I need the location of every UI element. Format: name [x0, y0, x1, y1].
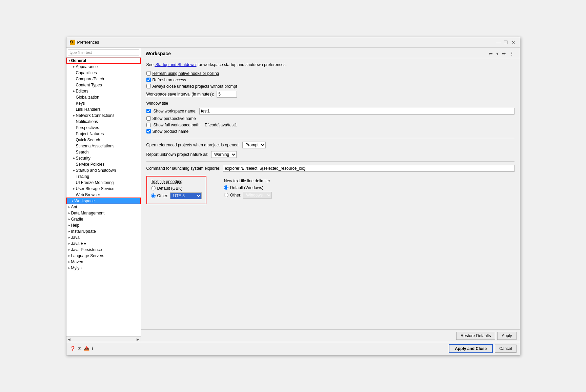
always-close-checkbox[interactable]	[146, 84, 151, 88]
sidebar-item-quick-search[interactable]: Quick Search	[66, 137, 141, 143]
encoding-default-label: Default (GBK)	[157, 186, 183, 191]
sidebar-item-language-servers[interactable]: ▸ Language Servers	[66, 253, 141, 259]
encoding-section: Text file encoding Default (GBK) Other: …	[146, 176, 514, 204]
minimize-button[interactable]: —	[496, 39, 502, 45]
cancel-button[interactable]: Cancel	[495, 345, 516, 353]
refresh-native-row: Refresh using native hooks or polling	[146, 71, 514, 76]
main-header-icons: ⬅ ▾ ➡ ⋮	[488, 50, 515, 57]
delimiter-default-label: Default (Windows)	[230, 185, 263, 190]
chevron-right-icon-uss: ▸	[73, 187, 75, 190]
section-description: See 'Startup and Shutdown' for workspace…	[146, 62, 514, 67]
show-full-path-checkbox[interactable]	[146, 123, 151, 127]
restore-defaults-button[interactable]: Restore Defaults	[456, 332, 495, 340]
workspace-name-input[interactable]	[199, 108, 514, 115]
delimiter-other-radio[interactable]	[224, 193, 228, 197]
refresh-on-access-checkbox[interactable]	[146, 78, 151, 82]
show-workspace-checkbox[interactable]	[146, 109, 151, 113]
sidebar-scroll-right[interactable]: ▶	[137, 337, 139, 341]
sidebar-item-ui-freeze[interactable]: UI Freeze Monitoring	[66, 180, 141, 186]
sidebar-item-maven[interactable]: ▸ Maven	[66, 259, 141, 265]
sidebar-item-tracing[interactable]: Tracing	[66, 173, 141, 180]
export-icon-btn[interactable]: 📤	[84, 346, 89, 351]
sidebar-item-service-policies[interactable]: Service Policies	[66, 161, 141, 167]
sidebar-item-data-management[interactable]: ▸ Data Management	[66, 210, 141, 216]
sidebar-item-perspectives[interactable]: Perspectives	[66, 125, 141, 131]
menu-icon-btn[interactable]: ⋮	[508, 50, 515, 57]
info-icon-btn[interactable]: ℹ	[92, 346, 93, 351]
back-icon-btn[interactable]: ⬅	[488, 50, 494, 57]
sidebar-item-install-update[interactable]: ▸ Install/Update	[66, 228, 141, 234]
show-workspace-label: Show workspace name:	[154, 109, 197, 114]
encoding-other-select[interactable]: UTF-8 UTF-16 ISO-8859-1 US-ASCII GBK	[170, 192, 202, 199]
sidebar-item-link-handlers[interactable]: Link Handlers	[66, 106, 141, 112]
sidebar-item-schema-associations[interactable]: Schema Associations	[66, 143, 141, 149]
chevron-right-icon-maven: ▸	[68, 260, 70, 264]
sidebar-item-compare-patch[interactable]: Compare/Patch	[66, 76, 141, 82]
email-icon-btn[interactable]: ✉	[78, 346, 82, 351]
sidebar-item-appearance[interactable]: ▸ Appearance	[66, 64, 141, 70]
sidebar-filter-area	[66, 48, 141, 58]
sidebar-item-mylyn[interactable]: ▸ Mylyn	[66, 265, 141, 271]
chevron-right-icon-startup: ▸	[73, 168, 75, 172]
sidebar-item-java[interactable]: ▸ Java	[66, 234, 141, 241]
command-explorer-input[interactable]	[223, 165, 514, 172]
sidebar-item-security[interactable]: ▸ Security	[66, 155, 141, 161]
apply-button[interactable]: Apply	[497, 332, 516, 340]
help-icon-btn[interactable]: ❓	[70, 346, 76, 351]
sidebar-item-java-persistence[interactable]: ▸ Java Persistence	[66, 247, 141, 253]
sidebar-item-editors[interactable]: ▸ Editors	[66, 88, 141, 94]
sidebar-item-gradle[interactable]: ▸ Gradle	[66, 216, 141, 222]
save-interval-input[interactable]	[217, 91, 237, 98]
command-explorer-label: Command for launching system explorer:	[146, 166, 221, 171]
encoding-other-radio[interactable]	[151, 193, 156, 198]
sidebar-item-workspace[interactable]: ▸ Workspace	[66, 198, 141, 204]
sidebar-item-startup-shutdown[interactable]: ▸ Startup and Shutdown	[66, 167, 141, 173]
sidebar-item-notifications[interactable]: Notifications	[66, 119, 141, 125]
sidebar: ▾ General ▸ Appearance Capabilities Comp…	[66, 48, 141, 342]
sidebar-item-search[interactable]: Search	[66, 149, 141, 155]
apply-close-button[interactable]: Apply and Close	[449, 344, 493, 353]
line-delimiter-box: New text file line delimiter Default (Wi…	[220, 176, 276, 204]
separator-1	[146, 138, 514, 138]
chevron-right-icon-iu: ▸	[68, 229, 70, 233]
sidebar-item-capabilities[interactable]: Capabilities	[66, 70, 141, 76]
sidebar-item-help[interactable]: ▸ Help	[66, 222, 141, 228]
refresh-native-checkbox[interactable]	[146, 71, 151, 76]
dialog-footer: ❓ ✉ 📤 ℹ Apply and Close Cancel	[66, 342, 520, 355]
chevron-right-icon-gradle: ▸	[68, 217, 70, 221]
show-product-checkbox[interactable]	[146, 129, 151, 133]
delimiter-other-select[interactable]: Windows Unix Mac OS X	[243, 192, 272, 199]
refresh-on-access-row: Refresh on access	[146, 78, 514, 82]
sidebar-item-keys[interactable]: Keys	[66, 100, 141, 106]
report-unknown-select[interactable]: Warning Error Ignore	[211, 151, 237, 158]
sidebar-scroll-left[interactable]: ◀	[68, 337, 70, 341]
maximize-button[interactable]: ☐	[503, 39, 509, 45]
always-close-label: Always close unrelated projects without …	[153, 84, 237, 89]
sidebar-item-network-connections[interactable]: ▸ Network Connections	[66, 112, 141, 119]
main-panel: Workspace ⬅ ▾ ➡ ⋮ See 'Startup and Shutd…	[141, 48, 520, 342]
sidebar-item-web-browser[interactable]: Web Browser	[66, 192, 141, 198]
open-referenced-select[interactable]: Prompt Always Never	[242, 142, 266, 148]
sidebar-item-user-storage[interactable]: ▸ User Storage Service	[66, 186, 141, 192]
encoding-default-radio[interactable]	[151, 186, 156, 190]
dropdown-icon-btn[interactable]: ▾	[495, 50, 500, 57]
delimiter-default-radio[interactable]	[224, 185, 228, 190]
forward-icon-btn[interactable]: ➡	[501, 50, 507, 57]
main-header: Workspace ⬅ ▾ ➡ ⋮	[141, 48, 520, 58]
line-delimiter-title: New text file line delimiter	[224, 179, 272, 183]
sidebar-item-general[interactable]: ▾ General	[66, 58, 141, 64]
sidebar-item-ant[interactable]: ▸ Ant	[66, 204, 141, 210]
delimiter-default-row: Default (Windows)	[224, 185, 272, 190]
sidebar-item-project-natures[interactable]: Project Natures	[66, 131, 141, 137]
startup-shutdown-link[interactable]: 'Startup and Shutdown'	[155, 62, 196, 67]
show-perspective-checkbox[interactable]	[146, 116, 151, 121]
title-bar-left: ⚙ Preferences	[70, 40, 99, 45]
close-button[interactable]: ✕	[510, 39, 517, 45]
sidebar-item-globalization[interactable]: Globalization	[66, 94, 141, 100]
chevron-right-icon-jee: ▸	[68, 242, 70, 245]
sidebar-item-content-types[interactable]: Content Types	[66, 82, 141, 88]
filter-input[interactable]	[68, 49, 139, 56]
encoding-default-row: Default (GBK)	[151, 186, 202, 191]
full-path-value: E:\code\java\test1	[205, 123, 237, 127]
sidebar-item-java-ee[interactable]: ▸ Java EE	[66, 241, 141, 247]
